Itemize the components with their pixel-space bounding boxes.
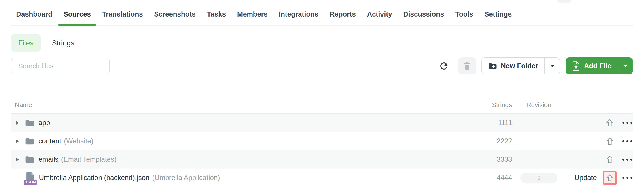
strings-count: 3333 — [467, 156, 512, 164]
trash-icon — [462, 61, 472, 71]
tab-tasks[interactable]: Tasks — [207, 10, 226, 25]
folder-name[interactable]: app — [38, 119, 50, 127]
project-nav-tabs: Dashboard Sources Translations Screensho… — [11, 0, 633, 26]
file-upload-icon — [572, 61, 580, 71]
tab-reports[interactable]: Reports — [330, 10, 356, 25]
update-button[interactable]: Update — [574, 174, 597, 182]
folder-plus-icon — [488, 62, 497, 70]
toolbar-actions: New Folder Add File — [438, 58, 633, 74]
new-folder-label: New Folder — [501, 62, 538, 70]
row-menu-button[interactable] — [622, 120, 633, 125]
upload-file-button[interactable] — [603, 116, 617, 130]
tab-settings[interactable]: Settings — [484, 10, 512, 25]
refresh-button[interactable] — [438, 60, 449, 71]
new-folder-split-button: New Folder — [482, 58, 560, 74]
folder-note: (Website) — [64, 137, 94, 145]
table-row-file-umbrella-json: JSON Umbrella Application (backend).json… — [11, 169, 633, 187]
search-input[interactable] — [11, 58, 110, 74]
header-revision: Revision — [512, 101, 566, 109]
tab-activity[interactable]: Activity — [367, 10, 392, 25]
strings-count: 1111 — [467, 119, 512, 127]
table-row-folder-content: content (Website) 2222 — [11, 132, 633, 150]
add-file-button[interactable]: Add File — [566, 58, 618, 74]
new-folder-dropdown-button[interactable] — [545, 58, 560, 74]
folder-icon — [25, 156, 34, 164]
add-file-split-button: Add File — [566, 58, 633, 74]
strings-count: 2222 — [467, 137, 512, 145]
table-row-folder-emails: emails (Email Templates) 3333 — [11, 150, 633, 169]
refresh-icon — [438, 60, 449, 71]
delete-button[interactable] — [458, 58, 476, 74]
tab-translations[interactable]: Translations — [102, 10, 143, 25]
file-note: (Umbrella Application) — [152, 174, 220, 182]
chevron-down-icon — [550, 65, 554, 67]
header-name: Name — [11, 101, 467, 109]
add-file-dropdown-button[interactable] — [618, 58, 633, 74]
folder-note: (Email Templates) — [61, 156, 117, 164]
tab-tools[interactable]: Tools — [455, 10, 473, 25]
json-file-icon: JSON — [25, 172, 35, 184]
files-toolbar: New Folder Add File — [11, 58, 633, 74]
upload-file-button[interactable] — [603, 152, 617, 166]
table-header-row: Name Strings Revision — [11, 82, 633, 114]
tab-dashboard[interactable]: Dashboard — [16, 10, 52, 25]
files-table: Name Strings Revision app 1111 — [11, 82, 633, 187]
tab-sources[interactable]: Sources — [64, 10, 91, 25]
row-menu-button[interactable] — [622, 139, 633, 144]
json-badge: JSON — [24, 180, 37, 185]
upload-file-button-highlighted[interactable] — [603, 171, 617, 185]
header-strings: Strings — [467, 101, 512, 109]
new-folder-button[interactable]: New Folder — [482, 58, 544, 74]
tab-discussions[interactable]: Discussions — [403, 10, 444, 25]
row-menu-button[interactable] — [622, 176, 633, 180]
file-name[interactable]: Umbrella Application (backend).json — [39, 174, 150, 182]
row-menu-button[interactable] — [622, 157, 633, 162]
toggle-files[interactable]: Files — [11, 34, 41, 52]
view-toggle: Files Strings — [11, 34, 633, 52]
folder-icon — [25, 137, 34, 145]
tab-integrations[interactable]: Integrations — [279, 10, 318, 25]
expand-folder-button[interactable] — [16, 158, 25, 162]
chevron-down-icon — [624, 65, 628, 67]
folder-icon — [25, 119, 34, 127]
toggle-strings[interactable]: Strings — [52, 39, 74, 47]
expand-folder-button[interactable] — [16, 139, 25, 143]
tab-screenshots[interactable]: Screenshots — [154, 10, 196, 25]
folder-name[interactable]: emails — [38, 156, 58, 164]
add-file-label: Add File — [584, 62, 611, 70]
tab-members[interactable]: Members — [237, 10, 268, 25]
table-row-folder-app: app 1111 — [11, 114, 633, 132]
revision-badge[interactable]: 1 — [520, 173, 558, 183]
upload-file-button[interactable] — [603, 134, 617, 148]
expand-folder-button[interactable] — [16, 121, 25, 125]
strings-count: 4444 — [467, 174, 512, 182]
folder-name[interactable]: content — [38, 137, 61, 145]
